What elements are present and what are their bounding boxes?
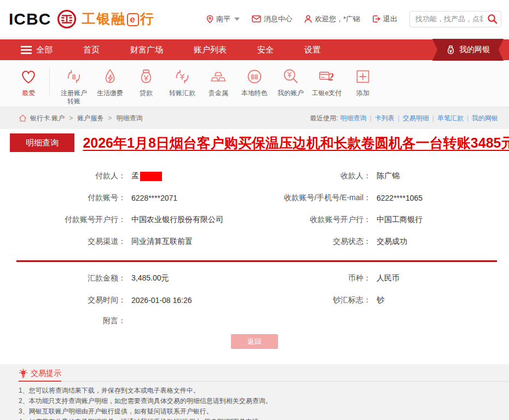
payer-account-value: 6228****2071 bbox=[131, 194, 177, 202]
breadcrumb-segment[interactable]: 银行卡.账户 bbox=[30, 114, 65, 123]
svg-text:88: 88 bbox=[251, 73, 258, 81]
shortcut-precious-metal[interactable]: 贵金属 bbox=[201, 67, 236, 107]
shortcut-label: 工银e支付 bbox=[311, 89, 342, 97]
tips-list: 1、您可以将查询结果下载，并保存到文本或电子表格文件中。 2、本功能只支持查询账… bbox=[19, 386, 498, 420]
welcome-user[interactable]: 欢迎您，*广锦 bbox=[304, 14, 360, 24]
back-button[interactable]: 返回 bbox=[231, 334, 278, 349]
add-plus-icon bbox=[353, 67, 373, 86]
recent-link-detail-query[interactable]: 明细查询 bbox=[340, 114, 367, 123]
cash-flag-value: 钞 bbox=[377, 295, 384, 305]
field-row: 付款账号： 6228****2071 收款账号/手机号/E-mail： 6222… bbox=[0, 187, 509, 209]
shortcut-favorite[interactable]: 最爱 bbox=[12, 67, 45, 107]
logout-button[interactable]: 退出 bbox=[372, 14, 397, 24]
payer-bank-value: 中国农业银行股份有限公司 bbox=[131, 215, 223, 225]
payee-value: 陈广锦 bbox=[377, 171, 400, 181]
my-ebank-button[interactable]: 我的网银 bbox=[432, 39, 504, 61]
page: ICBC 工银融e行 南平 bbox=[0, 0, 509, 420]
search-icon bbox=[487, 14, 498, 24]
breadcrumb-segment[interactable]: 账户服务 bbox=[77, 114, 103, 123]
breadcrumb-bar: 银行卡.账户 > 账户服务 > 明细查询 最近使用: 明细查询 | 卡列表 | … bbox=[0, 107, 509, 129]
panel-title-row: 明细查询 2026年1月8日烟台客户购买保温压边机和长款卷圆机各一台转账3485… bbox=[10, 133, 509, 152]
shortcut-label: 添加 bbox=[348, 89, 378, 97]
shortcut-label: 贷款 bbox=[131, 89, 161, 97]
location-label: 南平 bbox=[216, 14, 230, 24]
recent-link-transaction-detail[interactable]: 交易明细 bbox=[403, 114, 429, 123]
nav-item-home[interactable]: 首页 bbox=[83, 45, 100, 55]
recent-link-single-remit[interactable]: 单笔汇款 bbox=[437, 114, 464, 123]
link-separator: | bbox=[432, 114, 434, 122]
nav-item-settings[interactable]: 设置 bbox=[304, 45, 321, 55]
money-bag-icon bbox=[446, 45, 455, 55]
detail-fields: 付款人： 孟 收款人： 陈广锦 付款账号： 6228****2071 收款账号/… bbox=[0, 165, 509, 253]
field-row: 附言： bbox=[0, 311, 509, 331]
breadcrumb-separator: > bbox=[108, 114, 112, 122]
logout-label: 退出 bbox=[383, 14, 397, 24]
field-row: 汇款金额： 3,485.00元 币种： 人民币 bbox=[0, 267, 509, 289]
utility-drop-icon bbox=[100, 67, 120, 86]
shortcut-loan[interactable]: 贷款 bbox=[129, 67, 164, 107]
gold-bars-icon bbox=[209, 67, 228, 86]
field-row: 付款人： 孟 收款人： 陈广锦 bbox=[0, 165, 509, 187]
transaction-tips: 交易提示 1、您可以将查询结果下载，并保存到文本或电子表格文件中。 2、本功能只… bbox=[0, 364, 509, 420]
loan-bag-icon bbox=[136, 67, 156, 86]
tips-heading: 交易提示 bbox=[19, 369, 61, 382]
link-separator: | bbox=[370, 114, 372, 122]
recently-used: 最近使用: 明细查询 | 卡列表 | 交易明细 | 单笔汇款 | 我的网银 bbox=[310, 114, 498, 123]
breadcrumb: 银行卡.账户 > 账户服务 > 明细查询 bbox=[19, 114, 142, 123]
amount-label: 汇款金额： bbox=[0, 273, 126, 283]
welcome-label: 欢迎您，*广锦 bbox=[315, 14, 360, 24]
tip-line: 3、网银互联账户明细由开户银行提供，如有疑问请联系开户银行。 bbox=[19, 406, 498, 417]
shortcut-add[interactable]: 添加 bbox=[345, 67, 380, 107]
tip-line: 2、本功能只支持查询账户明细，如您需要查询具体交易的明细信息请到相关交易查询。 bbox=[19, 396, 498, 406]
shortcut-label: 贵金属 bbox=[203, 89, 234, 97]
channel-label: 交易渠道： bbox=[0, 237, 126, 247]
nav-item-accounts[interactable]: 账户列表 bbox=[194, 45, 227, 55]
breadcrumb-separator: > bbox=[69, 114, 73, 122]
chevron-down-icon bbox=[234, 18, 240, 21]
recent-link-card-list[interactable]: 卡列表 bbox=[375, 114, 395, 123]
location-pin-icon bbox=[206, 15, 213, 24]
nav-item-all[interactable]: 全部 bbox=[21, 45, 53, 55]
shortcut-local-features[interactable]: 88 本地特色 bbox=[237, 67, 272, 107]
home-icon[interactable] bbox=[19, 114, 27, 122]
currency-value: 人民币 bbox=[377, 273, 400, 283]
shortcut-life-payment[interactable]: 生活缴费 bbox=[92, 67, 128, 107]
shortcut-register-transfer[interactable]: 8 注册账户转账 bbox=[56, 67, 91, 107]
nav-item-wealth[interactable]: 财富广场 bbox=[130, 45, 163, 55]
heart-icon bbox=[19, 67, 38, 86]
redaction-block bbox=[140, 172, 162, 181]
field-row: 交易时间： 2026-01-08 16:26 钞汇标志： 钞 bbox=[0, 289, 509, 311]
payee-bank-label: 收款账号开户行： bbox=[255, 215, 371, 225]
red-divider bbox=[16, 260, 497, 262]
envelope-icon bbox=[252, 15, 261, 22]
time-value: 2026-01-08 16:26 bbox=[131, 296, 192, 305]
shortcut-label: 本地特色 bbox=[239, 89, 270, 97]
local-features-icon: 88 bbox=[245, 67, 264, 86]
message-center-link[interactable]: 消息中心 bbox=[252, 14, 292, 24]
shortcut-transfer-remit[interactable]: 转账汇款 bbox=[165, 67, 200, 107]
payer-value: 孟 bbox=[131, 171, 162, 181]
nav-item-security[interactable]: 安全 bbox=[257, 45, 274, 55]
icbc-wordmark: ICBC bbox=[9, 10, 51, 28]
payee-bank-value: 中国工商银行 bbox=[377, 215, 423, 225]
icbc-emblem-icon bbox=[56, 9, 77, 30]
hamburger-menu-icon bbox=[21, 46, 32, 54]
detail-query-panel: 明细查询 2026年1月8日烟台客户购买保温压边机和长款卷圆机各一台转账3485… bbox=[0, 133, 509, 364]
shortcut-my-account[interactable]: 我的账户 bbox=[273, 67, 308, 107]
cash-flag-label: 钞汇标志： bbox=[255, 295, 371, 305]
channel-value: 同业清算互联前置 bbox=[131, 237, 193, 247]
logo-cn-text: 工银融e行 bbox=[82, 10, 154, 28]
search-button[interactable] bbox=[487, 14, 498, 26]
search-box bbox=[409, 11, 501, 27]
recent-link-my-ebank[interactable]: 我的网银 bbox=[472, 114, 498, 123]
tips-title: 交易提示 bbox=[31, 369, 61, 378]
location-selector[interactable]: 南平 bbox=[206, 14, 240, 24]
register-transfer-icon: 8 bbox=[64, 67, 84, 86]
my-ebank-label: 我的网银 bbox=[459, 45, 490, 55]
shortcut-epay[interactable]: 2 工银e支付 bbox=[309, 67, 344, 107]
nav-label-all: 全部 bbox=[36, 45, 53, 55]
header-utilities: 南平 消息中心 欢迎您，*广锦 bbox=[206, 11, 501, 27]
main-nav: 全部 首页 财富广场 账户列表 安全 设置 我的网银 bbox=[0, 39, 509, 60]
tips-heading-row: 交易提示 bbox=[19, 369, 509, 382]
epay-card-icon: 2 bbox=[317, 67, 337, 86]
